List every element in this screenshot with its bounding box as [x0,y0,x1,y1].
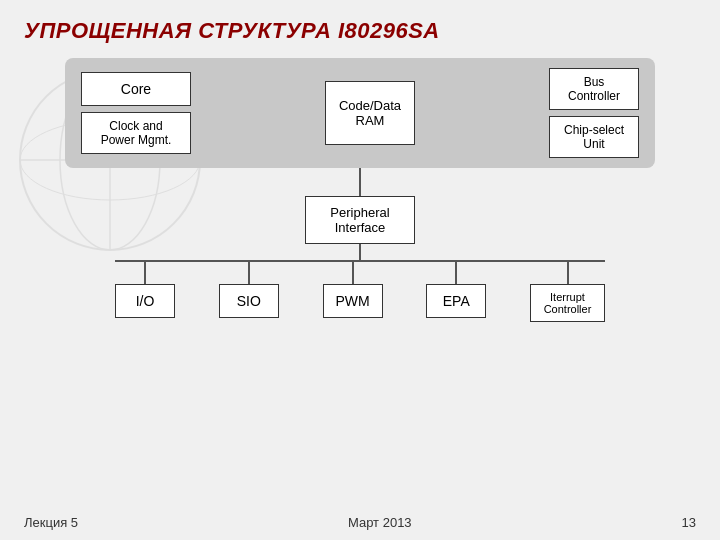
h-branch-line [115,260,605,262]
sio-box: SIO [219,284,279,318]
sio-col: SIO [219,262,279,318]
io-box: I/O [115,284,175,318]
slide: УПРОЩЕННАЯ СТРУКТУРА I80296SA Core Clock… [0,0,720,540]
footer-center: Март 2013 [348,515,412,530]
core-box: Core [81,72,191,106]
footer-right: 13 [682,515,696,530]
left-column: Core Clock and Power Mgmt. [81,72,191,154]
right-column: Bus Controller Chip-select Unit [549,68,639,158]
footer: Лекция 5 Март 2013 13 [0,515,720,530]
clock-box: Clock and Power Mgmt. [81,112,191,154]
interrupt-box: Iterrupt Controller [530,284,605,322]
v-connector-mid [359,244,361,260]
peripheral-connector: Peripheral Interface [305,168,415,244]
page-title: УПРОЩЕННАЯ СТРУКТУРА I80296SA [24,18,696,44]
footer-left: Лекция 5 [24,515,78,530]
epa-col: EPA [426,262,486,318]
diagram: Core Clock and Power Mgmt. Code/Data RAM… [24,58,696,322]
pwm-box: PWM [323,284,383,318]
top-section: Core Clock and Power Mgmt. Code/Data RAM… [65,58,655,168]
bottom-boxes-row: I/O SIO PWM EPA Iterrupt Co [115,262,605,322]
epa-box: EPA [426,284,486,318]
chip-select-box: Chip-select Unit [549,116,639,158]
bottom-section: I/O SIO PWM EPA Iterrupt Co [65,244,655,322]
interrupt-col: Iterrupt Controller [530,262,605,322]
io-col: I/O [115,262,175,318]
peripheral-box: Peripheral Interface [305,196,415,244]
bus-controller-box: Bus Controller [549,68,639,110]
v-connector-top [359,168,361,196]
codedata-box: Code/Data RAM [325,81,415,145]
pwm-col: PWM [323,262,383,318]
center-column: Code/Data RAM [325,81,415,145]
